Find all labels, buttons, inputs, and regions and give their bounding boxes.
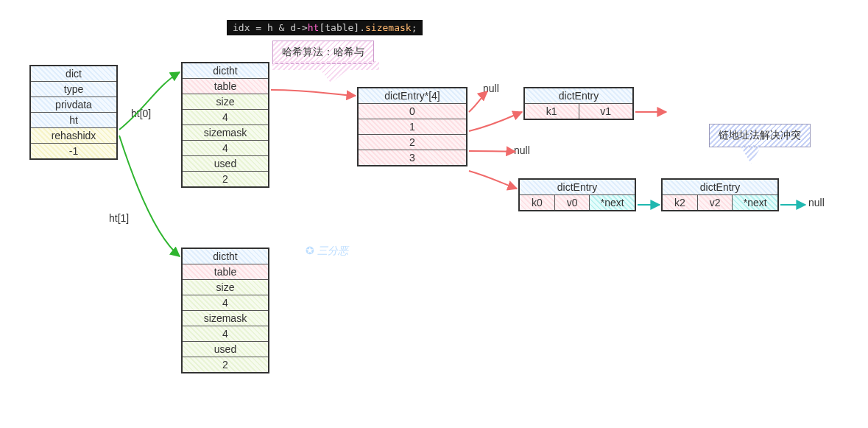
entry0-row: k0 v0 *next [520,195,635,210]
dict-privdata: privdata [31,97,116,113]
array-title: dictEntry*[4] [359,88,466,104]
dict-title: dict [31,66,116,82]
dictht1-title: dictht [183,249,268,264]
label-null2: null [514,144,530,156]
dictht1-size-l: size [183,280,268,295]
entry2-k: k2 [663,195,698,210]
callout-hash-text: 哈希算法：哈希与 [282,46,364,57]
dictht0-mask-v: 4 [183,141,268,156]
array-slot-1: 1 [359,119,466,135]
dictht1-mask-v: 4 [183,326,268,342]
dict-rehashidx-val: -1 [31,144,116,158]
entry2-box: dictEntry k2 v2 *next [661,178,779,211]
code-sizemask: sizemask [365,22,412,33]
arrows-layer [0,0,868,428]
entry1-k: k1 [525,104,579,119]
entry0-next: *next [590,195,635,210]
callout-chain: 链地址法解决冲突 [709,124,811,147]
entry1-row: k1 v1 [525,104,632,119]
dictht1-used-l: used [183,342,268,357]
dictht0-size-v: 4 [183,110,268,125]
dictht1-used-v: 2 [183,357,268,372]
callout-hash: 哈希算法：哈希与 [272,41,374,64]
label-ht0: ht[0] [131,108,151,119]
dict-type: type [31,82,116,97]
wechat-icon: ✪ [306,245,314,256]
code-text-1: idx = h & d-> [233,22,308,33]
dictht0-box: dictht table size 4 sizemask 4 used 2 [181,62,269,188]
code-text-2: [table]. [319,22,365,33]
label-null-end: null [808,197,825,208]
entry0-box: dictEntry k0 v0 *next [518,178,636,211]
watermark: ✪ 三分恶 [306,245,348,258]
label-ht1: ht[1] [109,212,129,224]
dictht1-box: dictht table size 4 sizemask 4 used 2 [181,248,269,373]
entry0-k: k0 [520,195,555,210]
dictht0-used-l: used [183,156,268,172]
callout-chain-text: 链地址法解决冲突 [719,129,801,141]
watermark-text: 三分恶 [317,245,348,256]
entry2-v: v2 [698,195,733,210]
array-box: dictEntry*[4] 0 1 2 3 [357,87,467,166]
entry1-v: v1 [579,104,633,119]
dictht0-used-v: 2 [183,172,268,186]
label-null0: null [483,83,499,94]
array-slot-0: 0 [359,104,466,119]
entry2-next: *next [733,195,777,210]
dictht0-title: dictht [183,63,268,79]
diagram-canvas: idx = h & d->ht[table].sizemask; 哈希算法：哈希… [0,0,868,428]
entry0-title: dictEntry [520,180,635,195]
dict-ht: ht [31,113,116,128]
array-slot-2: 2 [359,135,466,150]
entry2-title: dictEntry [663,180,777,195]
code-banner: idx = h & d->ht[table].sizemask; [227,20,423,35]
dictht1-table: table [183,264,268,280]
dictht1-size-v: 4 [183,295,268,311]
entry1-box: dictEntry k1 v1 [523,87,634,120]
array-slot-3: 3 [359,150,466,165]
dict-rehashidx-label: rehashidx [31,128,116,144]
callout-chain-tail [740,145,762,164]
code-text-3: ; [412,22,417,33]
entry1-title: dictEntry [525,88,632,104]
dictht0-mask-l: sizemask [183,125,268,141]
code-ht: ht [308,22,320,33]
dictht1-mask-l: sizemask [183,311,268,326]
dictht0-table: table [183,79,268,94]
callout-hash-hatch [272,61,379,83]
dict-box: dict type privdata ht rehashidx -1 [29,65,118,160]
entry2-row: k2 v2 *next [663,195,777,210]
entry0-v: v0 [555,195,590,210]
dictht0-size-l: size [183,94,268,110]
